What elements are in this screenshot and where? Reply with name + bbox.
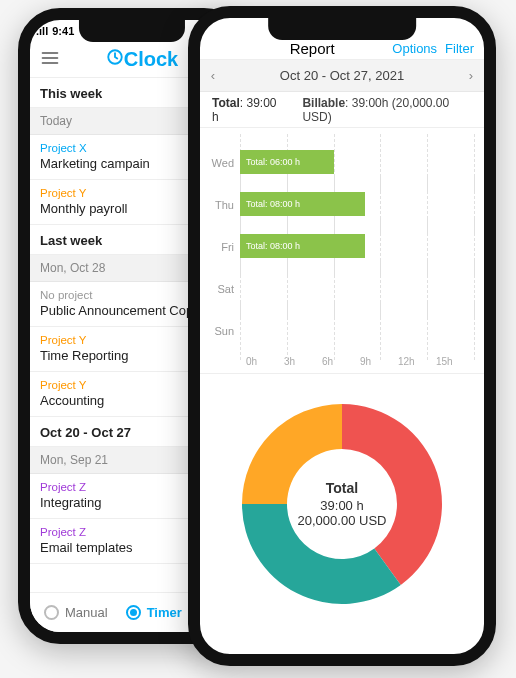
notch [79,20,185,42]
chevron-left-icon[interactable]: ‹ [200,68,226,83]
chart-bar: Total: 06:00 h [240,150,334,174]
chart-x-axis: 0h3h6h9h12h15h [210,356,474,367]
date-range[interactable]: Oct 20 - Oct 27, 2021 [226,68,458,83]
chart-row: ThuTotal: 08:00 h [210,184,474,226]
chart-row: FriTotal: 08:00 h [210,226,474,268]
chevron-right-icon[interactable]: › [458,68,484,83]
clock-icon [106,48,124,71]
chart-row: WedTotal: 06:00 h [210,142,474,184]
total-summary: Total: 39:00 h [212,96,282,124]
donut-chart: Total 39:00 h 20,000.00 USD [200,374,484,634]
mode-timer-label: Timer [147,605,182,620]
mode-manual-label: Manual [65,605,108,620]
chart-day-label: Wed [210,157,240,169]
chart-day-label: Sun [210,325,240,337]
phone-right: Report Options Filter ‹ Oct 20 - Oct 27,… [188,6,496,666]
signal-icon: .ıll [36,25,48,37]
brand-text: Clock [124,48,178,70]
chart-day-label: Thu [210,199,240,211]
options-link[interactable]: Options [392,41,437,56]
mode-timer[interactable]: Timer [126,605,182,620]
billable-summary: Billable: 39:00h (20,000.00 USD) [302,96,472,124]
notch [268,18,416,40]
status-time: 9:41 [52,25,74,37]
donut-center-label: Total 39:00 h 20,000.00 USD [298,480,387,528]
chart-day-label: Fri [210,241,240,253]
chart-day-label: Sat [210,283,240,295]
totals-bar: Total: 39:00 h Billable: 39:00h (20,000.… [200,92,484,128]
chart-row: Sat [210,268,474,310]
chart-bar: Total: 08:00 h [240,234,365,258]
bar-chart: WedTotal: 06:00 hThuTotal: 08:00 hFriTot… [200,128,484,374]
menu-icon[interactable] [40,48,60,71]
chart-bar: Total: 08:00 h [240,192,365,216]
mode-manual[interactable]: Manual [44,605,108,620]
date-range-bar: ‹ Oct 20 - Oct 27, 2021 › [200,60,484,92]
page-title: Report [240,40,384,57]
filter-link[interactable]: Filter [445,41,474,56]
chart-row: Sun [210,310,474,352]
